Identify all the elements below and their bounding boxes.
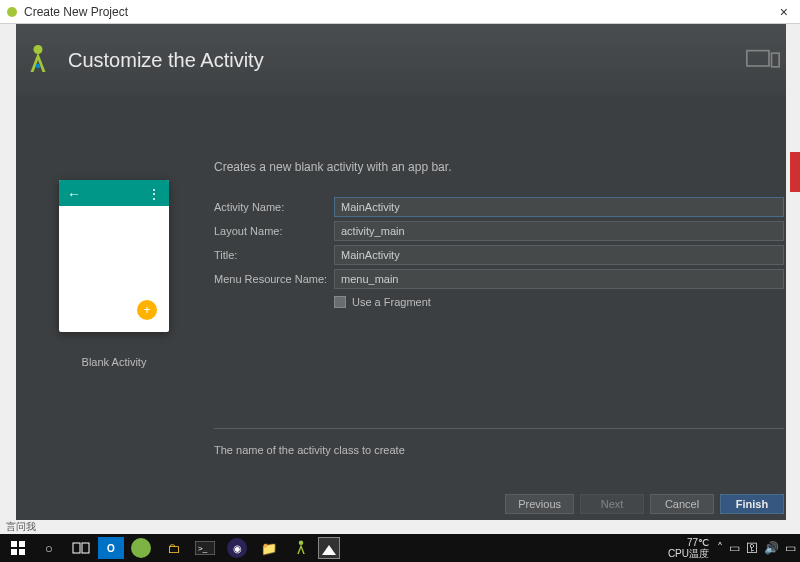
- phone-preview: ← ⋮ +: [59, 180, 169, 332]
- cpu-temp-widget[interactable]: 77℃ CPU温度: [668, 537, 709, 559]
- form-description: Creates a new blank activity with an app…: [214, 160, 784, 174]
- svg-point-0: [7, 7, 17, 17]
- window-titlebar: Create New Project ×: [0, 0, 800, 24]
- input-title[interactable]: [334, 245, 784, 265]
- system-tray: 77℃ CPU温度 ˄ ▭ ⚿ 🔊 ▭: [668, 537, 796, 559]
- terminal-icon[interactable]: >_: [190, 536, 220, 560]
- background-bottom-strip: 言问我: [0, 520, 800, 534]
- finish-button[interactable]: Finish: [720, 494, 784, 514]
- svg-rect-9: [73, 543, 80, 553]
- line-app-icon[interactable]: [126, 536, 156, 560]
- row-activity-name: Activity Name:: [214, 196, 784, 218]
- tray-chevron-icon[interactable]: ˄: [717, 541, 723, 555]
- hint-text: The name of the activity class to create: [214, 444, 405, 456]
- window-title: Create New Project: [24, 5, 128, 19]
- taskview-icon[interactable]: [66, 536, 96, 560]
- volume-icon[interactable]: 🔊: [764, 541, 779, 555]
- svg-rect-8: [19, 549, 25, 555]
- start-button[interactable]: [4, 536, 32, 560]
- label-use-fragment: Use a Fragment: [352, 296, 431, 308]
- wifi-icon[interactable]: ⚿: [746, 541, 758, 555]
- close-icon[interactable]: ×: [774, 4, 794, 20]
- overflow-menu-icon: ⋮: [147, 186, 161, 202]
- input-menu-resource[interactable]: [334, 269, 784, 289]
- folder-icon[interactable]: 📁: [254, 536, 284, 560]
- row-title: Title:: [214, 244, 784, 266]
- svg-rect-7: [11, 549, 17, 555]
- device-icon: [746, 48, 780, 72]
- preview-caption: Blank Activity: [44, 356, 184, 368]
- svg-text:>_: >_: [198, 544, 208, 553]
- previous-button[interactable]: Previous: [505, 494, 574, 514]
- hint-divider: [214, 428, 784, 429]
- svg-point-2: [36, 64, 41, 69]
- label-activity-name: Activity Name:: [214, 201, 334, 213]
- red-accent: [790, 152, 800, 192]
- row-menu-resource: Menu Resource Name:: [214, 268, 784, 290]
- wizard-header: Customize the Activity: [0, 24, 800, 96]
- back-arrow-icon: ←: [67, 186, 81, 202]
- input-activity-name[interactable]: [334, 197, 784, 217]
- svg-rect-10: [82, 543, 89, 553]
- battery-icon[interactable]: ▭: [729, 541, 740, 555]
- svg-rect-6: [19, 541, 25, 547]
- row-layout-name: Layout Name:: [214, 220, 784, 242]
- wizard-body: ← ⋮ + Blank Activity Creates a new blank…: [16, 96, 784, 520]
- background-right-strip: [786, 24, 800, 534]
- action-center-icon[interactable]: ▭: [785, 541, 796, 555]
- svg-rect-3: [747, 51, 769, 66]
- background-left-strip: [0, 24, 16, 534]
- photos-icon[interactable]: [318, 537, 340, 559]
- phone-preview-appbar: ← ⋮: [59, 180, 169, 206]
- checkbox-use-fragment[interactable]: [334, 296, 346, 308]
- windows-taskbar: ○ O 🗀 >_ ◉ 📁 77℃ CPU温度 ˄ ▭ ⚿ 🔊 ▭: [0, 534, 800, 562]
- input-layout-name[interactable]: [334, 221, 784, 241]
- android-studio-icon: [20, 42, 56, 78]
- svg-rect-4: [772, 53, 780, 67]
- cancel-button[interactable]: Cancel: [650, 494, 714, 514]
- wizard-button-bar: Previous Next Cancel Finish: [505, 494, 784, 514]
- file-explorer-icon[interactable]: 🗀: [158, 536, 188, 560]
- next-button: Next: [580, 494, 644, 514]
- label-menu-resource: Menu Resource Name:: [214, 273, 334, 285]
- fab-icon: +: [137, 300, 157, 320]
- row-use-fragment[interactable]: Use a Fragment: [334, 296, 784, 308]
- form-panel: Creates a new blank activity with an app…: [214, 160, 784, 308]
- android-studio-taskbar-icon[interactable]: [286, 536, 316, 560]
- label-layout-name: Layout Name:: [214, 225, 334, 237]
- cortana-icon[interactable]: ○: [34, 536, 64, 560]
- svg-rect-5: [11, 541, 17, 547]
- label-title: Title:: [214, 249, 334, 261]
- app-icon: [6, 6, 18, 18]
- background-text: 言问我: [6, 520, 36, 534]
- template-preview-panel: ← ⋮ + Blank Activity: [44, 180, 184, 368]
- eclipse-icon[interactable]: ◉: [222, 536, 252, 560]
- outlook-icon[interactable]: O: [98, 537, 124, 559]
- wizard-title: Customize the Activity: [68, 49, 264, 72]
